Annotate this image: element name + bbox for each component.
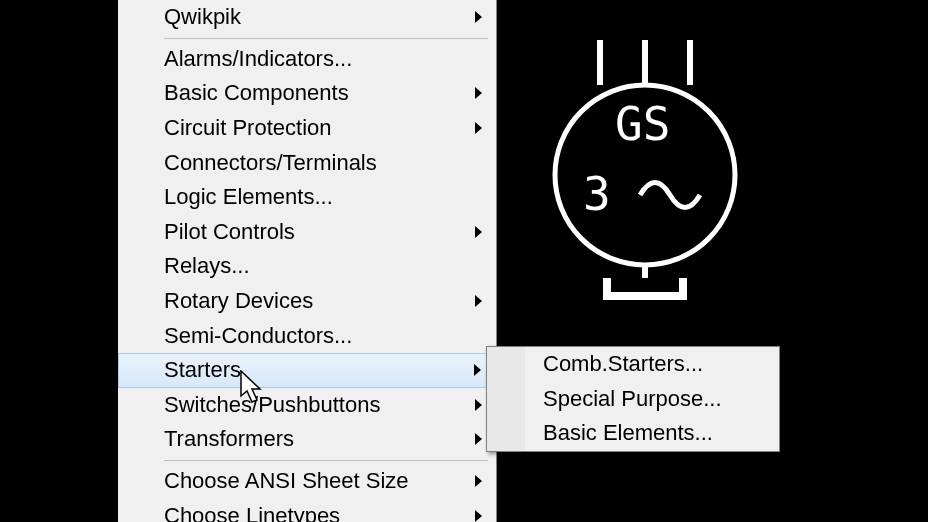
chevron-right-icon <box>475 11 482 23</box>
svg-rect-6 <box>611 278 679 292</box>
chevron-right-icon <box>475 226 482 238</box>
chevron-right-icon <box>475 295 482 307</box>
submenu-item-label: Special Purpose... <box>543 386 722 411</box>
submenu-item-basic-elements[interactable]: Basic Elements... <box>487 416 779 451</box>
menu-item-label: Semi-Conductors... <box>164 323 352 348</box>
menu-item-label: Starters <box>164 357 241 382</box>
menu-item-label: Relays... <box>164 253 250 278</box>
menu-item-rotary-devices[interactable]: Rotary Devices <box>118 284 496 319</box>
menu-item-choose-linetypes[interactable]: Choose Linetypes <box>118 498 496 522</box>
menu-item-switches-pushbuttons[interactable]: Switches/Pushbuttons <box>118 388 496 423</box>
menu-item-semi-conductors[interactable]: Semi-Conductors... <box>118 318 496 353</box>
menu-item-label: Alarms/Indicators... <box>164 46 352 71</box>
menu-item-transformers[interactable]: Transformers <box>118 422 496 457</box>
chevron-right-icon <box>475 475 482 487</box>
chevron-right-icon <box>475 433 482 445</box>
symbol-text-left: 3 <box>583 167 611 221</box>
menu-item-label: Basic Components <box>164 80 349 105</box>
menu-item-label: Connectors/Terminals <box>164 150 377 175</box>
chevron-right-icon <box>475 399 482 411</box>
menu-separator <box>164 38 488 39</box>
menu-item-label: Transformers <box>164 426 294 451</box>
menu-item-alarms-indicators[interactable]: Alarms/Indicators... <box>118 42 496 77</box>
chevron-right-icon <box>475 87 482 99</box>
menu-item-label: Choose Linetypes <box>164 503 340 522</box>
menu-item-qwikpik[interactable]: Qwikpik <box>118 0 496 35</box>
menu-item-logic-elements[interactable]: Logic Elements... <box>118 180 496 215</box>
starters-submenu: Comb.Starters...Special Purpose...Basic … <box>486 346 780 452</box>
menu-item-label: Circuit Protection <box>164 115 332 140</box>
menu-item-label: Choose ANSI Sheet Size <box>164 468 409 493</box>
menu-item-choose-ansi-sheet-size[interactable]: Choose ANSI Sheet Size <box>118 464 496 499</box>
menu-item-label: Pilot Controls <box>164 219 295 244</box>
menu-item-pilot-controls[interactable]: Pilot Controls <box>118 215 496 250</box>
chevron-right-icon <box>474 364 481 376</box>
context-menu: QwikpikAlarms/Indicators...Basic Compone… <box>118 0 497 522</box>
menu-item-starters[interactable]: Starters <box>118 353 496 388</box>
submenu-item-special-purpose[interactable]: Special Purpose... <box>487 382 779 417</box>
menu-item-label: Qwikpik <box>164 4 241 29</box>
menu-item-label: Switches/Pushbuttons <box>164 392 380 417</box>
menu-item-label: Logic Elements... <box>164 184 333 209</box>
submenu-item-label: Basic Elements... <box>543 420 713 445</box>
menu-separator <box>164 460 488 461</box>
chevron-right-icon <box>475 122 482 134</box>
menu-item-basic-components[interactable]: Basic Components <box>118 76 496 111</box>
menu-item-circuit-protection[interactable]: Circuit Protection <box>118 111 496 146</box>
menu-item-label: Rotary Devices <box>164 288 313 313</box>
submenu-item-label: Comb.Starters... <box>543 351 703 376</box>
cad-symbol-preview: GS 3 <box>545 30 755 316</box>
symbol-text-top: GS <box>615 97 670 151</box>
menu-item-relays[interactable]: Relays... <box>118 249 496 284</box>
menu-item-connectors-terminals[interactable]: Connectors/Terminals <box>118 145 496 180</box>
chevron-right-icon <box>475 510 482 522</box>
submenu-item-comb-starters[interactable]: Comb.Starters... <box>487 347 779 382</box>
